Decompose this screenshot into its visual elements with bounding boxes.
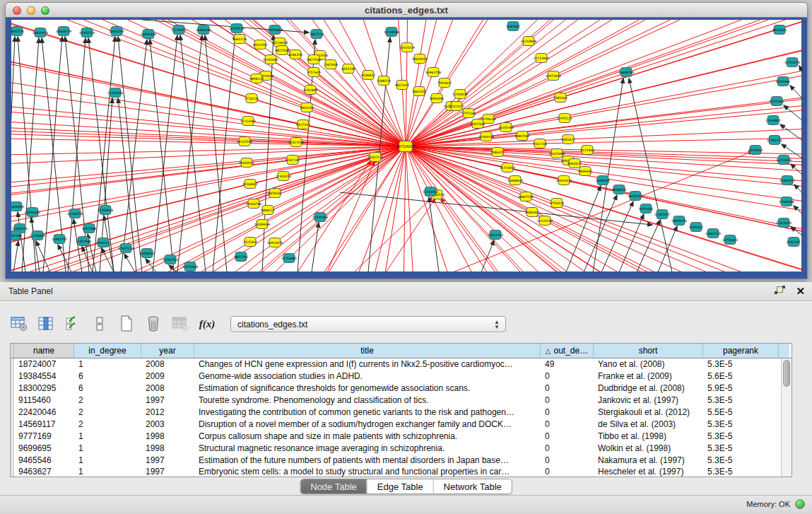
column-header-title[interactable]: title — [194, 344, 541, 358]
graph-node[interactable]: 16154808 — [521, 37, 537, 46]
graph-node[interactable]: 17359928 — [98, 206, 114, 215]
table-row[interactable]: 946554611997Estimation of the future num… — [11, 454, 781, 466]
table-mode-button[interactable] — [90, 315, 109, 333]
table-cell[interactable]: 0 — [541, 395, 594, 407]
graph-node[interactable]: 9605724 — [11, 27, 24, 36]
graph-node[interactable]: 17957223 — [118, 244, 134, 253]
table-cell[interactable]: 1997 — [141, 454, 194, 466]
table-cell[interactable]: 6 — [74, 370, 141, 382]
table-cell[interactable]: 49 — [541, 358, 594, 370]
graph-node[interactable]: 12213967 — [534, 54, 550, 63]
graph-node[interactable]: 16648784 — [618, 68, 635, 77]
graph-node[interactable]: 9742267 — [787, 238, 801, 247]
table-cell[interactable]: 0 — [541, 382, 594, 395]
graph-node[interactable]: 16210643 — [776, 156, 792, 165]
table-cell[interactable]: Estimation of the future numbers of pati… — [194, 454, 541, 466]
table-cell[interactable]: Corpus callosum shape and size in male p… — [194, 430, 541, 442]
graph-node[interactable]: 23002115 — [367, 153, 384, 162]
table-options-button[interactable] — [10, 315, 28, 333]
table-row[interactable]: 2242004622012Investigating the contribut… — [11, 407, 781, 419]
table-cell[interactable]: Disruption of a novel member of a sodium… — [194, 418, 541, 430]
table-cell[interactable]: Genome-wide association studies in ADHD. — [194, 370, 541, 382]
table-row[interactable]: 1872400712008Changes of HCN gene express… — [11, 358, 781, 370]
table-cell[interactable]: 9465546 — [14, 454, 74, 466]
table-cell[interactable]: 9699695 — [14, 442, 74, 454]
table-row[interactable]: 1938455462009Genome-wide association stu… — [11, 370, 781, 382]
table-row[interactable]: 911546021997Tourette syndrome. Phenomeno… — [11, 395, 781, 407]
table-cell[interactable]: 5.9E-5 — [703, 382, 779, 395]
graph-node[interactable]: 9777169 — [461, 109, 476, 118]
table-cell[interactable]: 2009 — [141, 370, 194, 382]
graph-node[interactable]: 14055724 — [79, 28, 95, 37]
graph-node[interactable]: 9684067 — [525, 208, 539, 217]
graph-node[interactable]: 9699695 — [578, 167, 592, 176]
graph-node[interactable]: 2718126 — [245, 94, 259, 103]
create-column-button[interactable] — [117, 315, 136, 333]
function-builder-button[interactable]: f(x) — [198, 315, 216, 333]
table-cell[interactable]: 9463627 — [14, 466, 74, 477]
tab-network-table[interactable]: Network Table — [433, 479, 512, 493]
graph-node[interactable]: 19654923 — [556, 176, 572, 185]
graph-node[interactable]: 15751074 — [784, 58, 801, 67]
table-cell[interactable]: 5.6E-5 — [703, 370, 779, 382]
graph-node[interactable]: 12093852 — [765, 116, 782, 125]
graph-node[interactable]: 9827546 — [307, 55, 321, 64]
graph-node[interactable]: 10120746 — [537, 216, 553, 226]
table-cell[interactable]: 5.3E-5 — [703, 442, 779, 454]
table-cell[interactable]: Stergiakouli et al. (2012) — [594, 407, 703, 419]
graph-node[interactable]: 16543382 — [263, 55, 279, 64]
graph-node[interactable]: 15716485 — [281, 254, 298, 263]
graph-node[interactable]: 1640934 — [596, 176, 610, 185]
table-cell[interactable]: 1998 — [141, 442, 194, 454]
table-cell[interactable]: Changes of HCN gene expression and I(f) … — [194, 358, 541, 370]
graph-node[interactable]: 18807249 — [518, 192, 534, 201]
graph-node[interactable]: 9146821 — [361, 71, 375, 80]
window-titlebar[interactable]: citations_edges.txt — [5, 2, 808, 18]
table-cell[interactable]: 2008 — [141, 358, 194, 370]
graph-node[interactable]: 8938924 — [612, 185, 626, 194]
tab-edge-table[interactable]: Edge Table — [367, 479, 433, 493]
graph-node[interactable]: 18640910 — [412, 54, 428, 64]
table-row[interactable]: 1456911722003Disruption of a novel membe… — [11, 418, 781, 430]
graph-node[interactable]: 1862615 — [412, 87, 426, 96]
table-row[interactable]: 1830029562008Estimation of significance … — [11, 382, 781, 395]
graph-node[interactable]: 14099489 — [254, 220, 271, 229]
graph-node[interactable]: 9245012 — [689, 223, 703, 232]
graph-node[interactable]: 11594028 — [452, 90, 469, 99]
graph-node[interactable]: 9391588 — [11, 231, 22, 240]
table-cell[interactable]: 2003 — [141, 418, 194, 430]
graph-node[interactable]: 10590340 — [25, 208, 41, 217]
graph-node[interactable]: 20364436 — [478, 132, 495, 141]
graph-node[interactable]: 2087682 — [506, 22, 520, 31]
graph-node[interactable]: 7955812 — [437, 78, 452, 88]
graph-node[interactable]: 7485063 — [553, 93, 567, 103]
delete-column-button[interactable] — [144, 315, 163, 333]
table-cell[interactable]: 6 — [74, 382, 141, 395]
table-cell[interactable]: 9777169 — [14, 430, 74, 442]
graph-node[interactable]: 10719135 — [229, 24, 245, 33]
table-cell[interactable]: 18724007 — [14, 358, 74, 370]
column-header-name[interactable]: name — [14, 344, 74, 358]
table-cell[interactable]: 1 — [74, 442, 141, 454]
column-header-pagerank[interactable]: pagerank — [703, 344, 779, 358]
graph-node[interactable]: 9227343 — [770, 97, 784, 106]
table-cell[interactable]: 0 — [541, 407, 594, 419]
table-cell[interactable]: 1997 — [141, 395, 194, 407]
graph-node[interactable]: 8215953 — [748, 146, 763, 155]
table-cell[interactable]: 1 — [74, 454, 141, 466]
table-cell[interactable]: 0 — [541, 430, 594, 442]
table-cell[interactable]: 14569117 — [14, 418, 74, 430]
table-cell[interactable]: Dudbridge et al. (2008) — [594, 382, 703, 395]
graph-node[interactable]: 7425402 — [243, 238, 257, 247]
graph-node[interactable]: 20691406 — [141, 30, 157, 39]
graph-node[interactable]: 21053346 — [107, 88, 124, 98]
graph-node[interactable]: 10417006 — [288, 138, 305, 147]
table-cell[interactable]: Tibbo et al. (1998) — [594, 430, 703, 442]
graph-node[interactable]: 19046786 — [246, 199, 262, 209]
graph-node[interactable]: 9756928 — [550, 199, 564, 208]
import-table-button[interactable] — [171, 315, 189, 333]
graph-node[interactable]: 9474444 — [639, 204, 653, 214]
table-cell[interactable]: Structural magnetic resonance image aver… — [194, 442, 541, 454]
graph-node[interactable]: 10861229 — [705, 229, 722, 238]
graph-node[interactable]: 12023533 — [776, 218, 792, 228]
